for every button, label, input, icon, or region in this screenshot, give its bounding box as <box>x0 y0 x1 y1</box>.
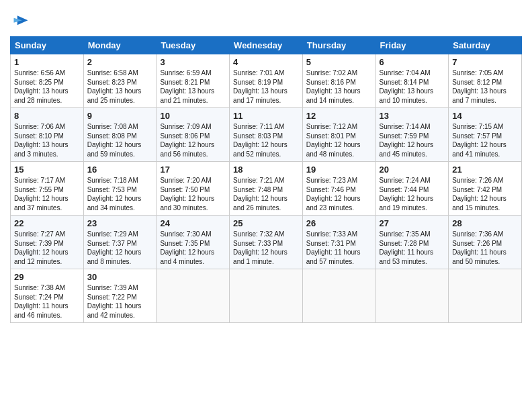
calendar-cell: 7Sunrise: 7:05 AMSunset: 8:12 PMDaylight… <box>449 54 522 108</box>
calendar-week-row: 8Sunrise: 7:06 AMSunset: 8:10 PMDaylight… <box>11 108 522 162</box>
calendar-cell <box>302 269 375 323</box>
day-number: 17 <box>160 165 226 175</box>
day-number: 9 <box>87 111 153 121</box>
calendar-table: SundayMondayTuesdayWednesdayThursdayFrid… <box>10 36 522 323</box>
day-number: 20 <box>380 165 445 175</box>
day-info: Sunrise: 7:09 AMSunset: 8:06 PMDaylight:… <box>160 122 226 158</box>
calendar-cell: 17Sunrise: 7:20 AMSunset: 7:50 PMDayligh… <box>157 162 230 216</box>
day-info: Sunrise: 7:04 AMSunset: 8:14 PMDaylight:… <box>380 68 445 105</box>
day-info: Sunrise: 7:20 AMSunset: 7:50 PMDaylight:… <box>160 176 226 212</box>
calendar-cell: 14Sunrise: 7:15 AMSunset: 7:57 PMDayligh… <box>449 108 522 162</box>
calendar-cell: 28Sunrise: 7:36 AMSunset: 7:26 PMDayligh… <box>449 216 522 269</box>
weekday-header-saturday: Saturday <box>449 37 522 54</box>
day-number: 6 <box>380 57 445 67</box>
calendar-cell: 8Sunrise: 7:06 AMSunset: 8:10 PMDaylight… <box>11 108 84 162</box>
day-info: Sunrise: 7:17 AMSunset: 7:55 PMDaylight:… <box>14 176 80 212</box>
logo-icon <box>11 12 30 31</box>
day-number: 1 <box>14 57 80 67</box>
day-number: 3 <box>160 57 226 67</box>
day-number: 14 <box>452 111 518 121</box>
weekday-header-tuesday: Tuesday <box>157 37 230 54</box>
weekday-header-thursday: Thursday <box>302 37 375 54</box>
day-number: 27 <box>380 218 445 228</box>
day-number: 16 <box>87 165 153 175</box>
calendar-cell: 22Sunrise: 7:27 AMSunset: 7:39 PMDayligh… <box>11 216 84 269</box>
day-info: Sunrise: 7:02 AMSunset: 8:16 PMDaylight:… <box>306 68 372 105</box>
calendar-cell: 10Sunrise: 7:09 AMSunset: 8:06 PMDayligh… <box>157 108 230 162</box>
day-number: 29 <box>14 272 80 282</box>
calendar-week-row: 1Sunrise: 6:56 AMSunset: 8:25 PMDaylight… <box>11 54 522 108</box>
day-number: 25 <box>233 218 299 228</box>
calendar-cell: 6Sunrise: 7:04 AMSunset: 8:14 PMDaylight… <box>375 54 449 108</box>
calendar-cell: 1Sunrise: 6:56 AMSunset: 8:25 PMDaylight… <box>11 54 84 108</box>
calendar-cell: 27Sunrise: 7:35 AMSunset: 7:28 PMDayligh… <box>375 216 449 269</box>
day-number: 12 <box>306 111 372 121</box>
calendar-cell: 21Sunrise: 7:26 AMSunset: 7:42 PMDayligh… <box>449 162 522 216</box>
day-info: Sunrise: 7:12 AMSunset: 8:01 PMDaylight:… <box>306 122 372 158</box>
calendar-cell: 4Sunrise: 7:01 AMSunset: 8:19 PMDaylight… <box>230 54 303 108</box>
calendar-cell: 16Sunrise: 7:18 AMSunset: 7:53 PMDayligh… <box>83 162 157 216</box>
day-number: 22 <box>14 218 80 228</box>
day-info: Sunrise: 7:39 AMSunset: 7:22 PMDaylight:… <box>87 283 153 320</box>
day-info: Sunrise: 6:58 AMSunset: 8:23 PMDaylight:… <box>87 68 153 105</box>
day-number: 5 <box>306 57 372 67</box>
day-number: 8 <box>14 111 80 121</box>
calendar-cell: 11Sunrise: 7:11 AMSunset: 8:03 PMDayligh… <box>230 108 303 162</box>
day-info: Sunrise: 7:24 AMSunset: 7:44 PMDaylight:… <box>380 176 445 212</box>
day-info: Sunrise: 7:30 AMSunset: 7:35 PMDaylight:… <box>160 230 226 266</box>
day-info: Sunrise: 7:21 AMSunset: 7:48 PMDaylight:… <box>233 176 299 212</box>
header <box>10 7 522 31</box>
day-number: 30 <box>87 272 153 282</box>
calendar-cell: 12Sunrise: 7:12 AMSunset: 8:01 PMDayligh… <box>302 108 375 162</box>
calendar-cell <box>230 269 303 323</box>
day-number: 11 <box>233 111 299 121</box>
day-number: 28 <box>452 218 518 228</box>
weekday-header-wednesday: Wednesday <box>230 37 303 54</box>
day-number: 23 <box>87 218 153 228</box>
day-number: 21 <box>452 165 518 175</box>
calendar-cell: 18Sunrise: 7:21 AMSunset: 7:48 PMDayligh… <box>230 162 303 216</box>
day-info: Sunrise: 7:33 AMSunset: 7:31 PMDaylight:… <box>306 230 372 266</box>
day-number: 24 <box>160 218 226 228</box>
day-info: Sunrise: 7:32 AMSunset: 7:33 PMDaylight:… <box>233 230 299 266</box>
weekday-header-monday: Monday <box>83 37 157 54</box>
weekday-header-friday: Friday <box>375 37 449 54</box>
day-info: Sunrise: 7:27 AMSunset: 7:39 PMDaylight:… <box>14 230 80 266</box>
calendar-cell: 2Sunrise: 6:58 AMSunset: 8:23 PMDaylight… <box>83 54 157 108</box>
day-number: 4 <box>233 57 299 67</box>
day-info: Sunrise: 7:18 AMSunset: 7:53 PMDaylight:… <box>87 176 153 212</box>
day-number: 26 <box>306 218 372 228</box>
day-number: 7 <box>452 57 518 67</box>
weekday-header-row: SundayMondayTuesdayWednesdayThursdayFrid… <box>11 37 522 54</box>
calendar-cell: 13Sunrise: 7:14 AMSunset: 7:59 PMDayligh… <box>375 108 449 162</box>
calendar-cell <box>375 269 449 323</box>
day-number: 10 <box>160 111 226 121</box>
day-info: Sunrise: 7:38 AMSunset: 7:24 PMDaylight:… <box>14 283 80 320</box>
day-number: 13 <box>380 111 445 121</box>
day-info: Sunrise: 7:35 AMSunset: 7:28 PMDaylight:… <box>380 230 445 266</box>
day-info: Sunrise: 6:59 AMSunset: 8:21 PMDaylight:… <box>160 68 226 105</box>
calendar-cell: 20Sunrise: 7:24 AMSunset: 7:44 PMDayligh… <box>375 162 449 216</box>
logo <box>10 12 30 31</box>
calendar-cell: 30Sunrise: 7:39 AMSunset: 7:22 PMDayligh… <box>83 269 157 323</box>
day-info: Sunrise: 7:23 AMSunset: 7:46 PMDaylight:… <box>306 176 372 212</box>
day-number: 15 <box>14 165 80 175</box>
day-number: 18 <box>233 165 299 175</box>
day-info: Sunrise: 7:36 AMSunset: 7:26 PMDaylight:… <box>452 230 518 266</box>
day-info: Sunrise: 7:08 AMSunset: 8:08 PMDaylight:… <box>87 122 153 158</box>
calendar-cell: 23Sunrise: 7:29 AMSunset: 7:37 PMDayligh… <box>83 216 157 269</box>
day-info: Sunrise: 7:11 AMSunset: 8:03 PMDaylight:… <box>233 122 299 158</box>
calendar-cell: 29Sunrise: 7:38 AMSunset: 7:24 PMDayligh… <box>11 269 84 323</box>
calendar-cell: 5Sunrise: 7:02 AMSunset: 8:16 PMDaylight… <box>302 54 375 108</box>
weekday-header-sunday: Sunday <box>11 37 84 54</box>
calendar-cell <box>157 269 230 323</box>
calendar-cell: 9Sunrise: 7:08 AMSunset: 8:08 PMDaylight… <box>83 108 157 162</box>
calendar-cell: 26Sunrise: 7:33 AMSunset: 7:31 PMDayligh… <box>302 216 375 269</box>
day-info: Sunrise: 7:14 AMSunset: 7:59 PMDaylight:… <box>380 122 445 158</box>
day-info: Sunrise: 7:26 AMSunset: 7:42 PMDaylight:… <box>452 176 518 212</box>
day-info: Sunrise: 7:05 AMSunset: 8:12 PMDaylight:… <box>452 68 518 105</box>
day-info: Sunrise: 7:15 AMSunset: 7:57 PMDaylight:… <box>452 122 518 158</box>
day-info: Sunrise: 7:01 AMSunset: 8:19 PMDaylight:… <box>233 68 299 105</box>
day-info: Sunrise: 6:56 AMSunset: 8:25 PMDaylight:… <box>14 68 80 105</box>
calendar-week-row: 15Sunrise: 7:17 AMSunset: 7:55 PMDayligh… <box>11 162 522 216</box>
